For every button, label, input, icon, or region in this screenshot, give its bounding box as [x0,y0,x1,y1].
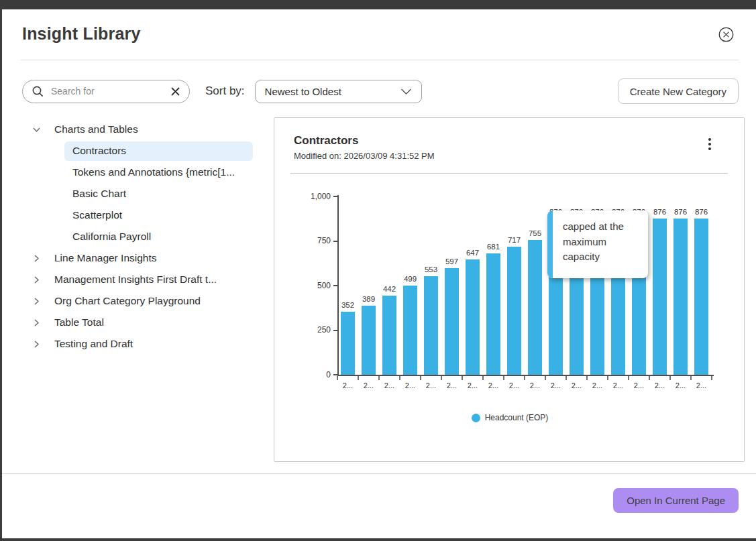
bar-16 [673,219,688,375]
create-new-category-button[interactable]: Create New Category [618,78,739,104]
x-axis-label: 2... [587,381,608,389]
dialog-title: Insight Library [22,24,141,44]
x-axis-tick [503,376,504,380]
x-axis-tick [378,376,380,380]
bar-value-label: 442 [378,285,401,293]
bar-value-label: 681 [482,243,505,251]
bar-value-label: 389 [358,295,380,303]
toolbar: Sort by: Newest to Oldest Create New Cat… [2,78,756,104]
x-axis-tick [420,376,421,380]
search-box[interactable] [22,80,190,103]
x-axis-label: 2... [629,381,649,389]
x-axis-tick [711,376,712,380]
tree-item-row[interactable]: Scatterplot [64,206,253,225]
tree-category-label: Testing and Draft [54,338,133,350]
open-in-current-page-button[interactable]: Open In Current Page [613,488,739,513]
tree-category-label: Charts and Tables [54,123,138,135]
search-icon [32,85,44,98]
x-axis-label: 2... [400,381,421,389]
insight-preview-card: Contractors Modified on: 2026/03/09 4:31… [274,117,745,462]
chart-legend: Headcount (EOP) [274,413,745,422]
tree-item-contractors[interactable]: Contractors [22,140,265,162]
x-axis-tick [524,376,525,380]
x-axis-tick [669,376,671,380]
close-button[interactable] [718,27,734,42]
search-clear-button[interactable] [166,86,189,97]
x-axis-tick [586,376,588,380]
tree-category-label: Org Chart Category Playground [54,295,201,307]
tree-item-row[interactable]: Basic Chart [64,184,253,204]
bar-9 [528,240,542,375]
y-axis-line [337,195,339,376]
x-axis-label: 2... [337,381,358,389]
bar-value-label: 499 [399,275,422,283]
tree-item-label: California Payroll [72,231,151,243]
footer-divider [2,473,756,474]
chevron-right-icon[interactable] [32,276,41,284]
bar-17 [694,219,708,375]
tree-item-label: Tokens and Annotations {metric[1... [72,166,235,178]
x-axis-label: 2... [504,381,525,389]
bar-4 [424,276,438,375]
chevron-down-icon[interactable] [32,125,41,134]
chevron-right-icon[interactable] [32,254,41,263]
x-axis-tick [399,376,400,380]
tree-category-5[interactable]: Testing and Draft [22,333,265,355]
bar-value-label: 647 [462,249,484,257]
chevron-right-icon[interactable] [32,318,41,327]
close-icon [718,34,734,44]
clear-x-icon [170,86,180,97]
x-axis-label: 2... [608,381,629,389]
x-axis-label: 2... [462,381,483,389]
bar-8 [507,247,521,375]
bar-value-label: 597 [441,257,464,265]
tree-category-label: Line Manager Insights [54,252,157,264]
y-axis-label: 750 [288,236,331,245]
tree-category-1[interactable]: Line Manager Insights [22,247,265,269]
x-axis-label: 2... [545,381,566,389]
tree-item-label: Contractors [72,145,126,157]
legend-label: Headcount (EOP) [485,413,549,422]
tree-category-2[interactable]: Management Insights First Draft t... [22,269,265,290]
tree-item-basic-chart[interactable]: Basic Chart [22,183,265,204]
x-axis-tick [690,376,692,380]
x-axis-label: 2... [525,381,545,389]
dialog-header: Insight Library [2,9,756,60]
x-axis-tick [545,376,546,380]
bar-value-label: 876 [690,208,713,216]
tree-item-row[interactable]: California Payroll [64,227,253,247]
x-axis-label: 2... [566,381,587,389]
bar-chart: 02505007501,0003522...3892...4422...4992… [274,118,745,463]
tree-category-label: Table Total [54,316,104,328]
tree-item-scatterplot[interactable]: Scatterplot [22,204,265,226]
tree-category-3[interactable]: Org Chart Category Playground [22,290,265,312]
insight-library-dialog: Insight Library Sort by: Newest to Oldes… [2,9,756,538]
tree-category-0[interactable]: Charts and Tables [22,119,265,140]
x-axis-tick [482,376,484,380]
sort-dropdown[interactable]: Newest to Oldest [255,80,422,103]
sort-by-label: Sort by: [205,84,245,98]
bar-value-label: 876 [649,208,671,216]
x-axis-label: 2... [441,381,462,389]
x-axis-line [337,375,714,376]
tree-item-tokens-and-annotations-metric-1[interactable]: Tokens and Annotations {metric[1... [22,162,265,183]
chevron-right-icon[interactable] [32,297,41,306]
bar-value-label: 876 [669,208,692,216]
bar-2 [382,296,396,375]
search-input[interactable] [51,86,166,97]
x-axis-label: 2... [691,381,712,389]
tree-item-selected-highlight[interactable]: Contractors [64,141,253,161]
x-axis-tick [337,376,338,380]
chevron-right-icon[interactable] [32,340,41,349]
annotation-accent-strip [547,211,553,278]
x-axis-tick [441,376,442,380]
bar-0 [341,312,355,375]
tree-item-california-payroll[interactable]: California Payroll [22,226,265,247]
tree-item-row[interactable]: Tokens and Annotations {metric[1... [64,163,253,182]
x-axis-tick [565,376,567,380]
y-axis-label: 0 [288,370,331,379]
bar-value-label: 717 [503,236,526,244]
bar-value-label: 553 [420,265,443,274]
bar-value-label: 352 [337,301,360,309]
tree-category-4[interactable]: Table Total [22,312,265,333]
